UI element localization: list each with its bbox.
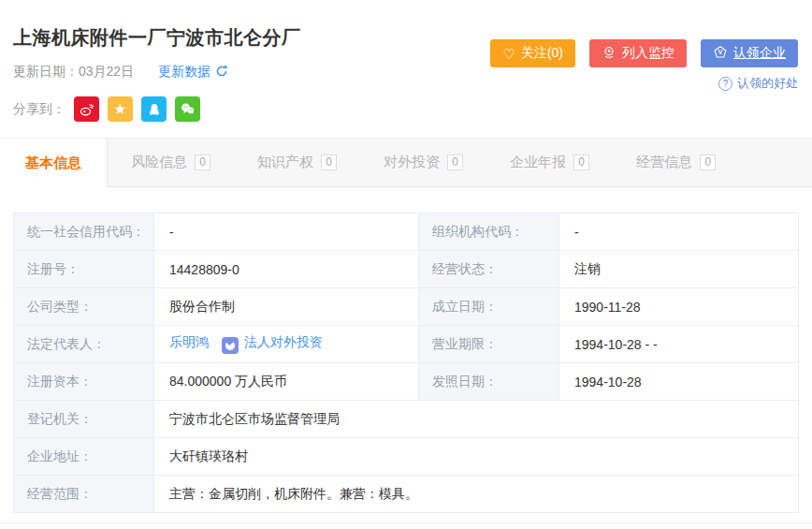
pentagon-v-icon: V [713, 45, 728, 63]
pie-chart-icon[interactable] [222, 337, 239, 354]
wechat-icon[interactable] [175, 96, 200, 122]
table-row: 经营范围： 主营：金属切削，机床附件。兼营：模具。 [14, 476, 799, 513]
tab-count-badge: 0 [321, 154, 337, 170]
row-label: 发照日期： [419, 363, 559, 401]
row-value: 大矸镇瑛珞村 [154, 438, 799, 476]
row-label: 登记机关： [14, 401, 154, 438]
share-label: 分享到： [13, 101, 65, 118]
row-value: 1994-10-28 - - [559, 326, 799, 363]
refresh-data-label: 更新数据 [158, 64, 210, 81]
update-date-label: 更新日期： [13, 64, 79, 81]
qzone-icon[interactable]: ★ [108, 96, 133, 122]
legal-person-investment-link[interactable]: 法人对外投资 [244, 334, 323, 349]
company-profile-page: 上海机床附件一厂宁波市北仑分厂 更新日期：03月22日 更新数据 分享到： [0, 0, 812, 529]
claim-benefits-link[interactable]: ? 认领的好处 [718, 75, 798, 92]
claim-button-label: 认领企业 [733, 45, 786, 62]
tab-label: 基本信息 [25, 154, 81, 172]
webcam-icon [602, 45, 616, 63]
claim-button[interactable]: V 认领企业 [701, 39, 798, 67]
tab-business-info[interactable]: 经营信息 0 [613, 139, 739, 186]
refresh-data-link[interactable]: 更新数据 [158, 64, 228, 81]
row-value: - [154, 213, 419, 251]
page-header: 上海机床附件一厂宁波市北仑分厂 更新日期：03月22日 更新数据 分享到： [0, 0, 812, 138]
question-circle-icon: ? [718, 77, 732, 91]
row-label: 成立日期： [419, 288, 559, 326]
row-label: 组织机构代码： [419, 213, 559, 251]
tab-annual-report[interactable]: 企业年报 0 [486, 139, 613, 186]
tab-label: 经营信息 [636, 154, 692, 171]
row-label: 公司类型： [14, 288, 154, 326]
tab-count-badge: 0 [573, 154, 589, 170]
row-label: 统一社会信用代码： [14, 213, 154, 251]
row-value: 股份合作制 [154, 288, 419, 326]
tab-intellectual-property[interactable]: 知识产权 0 [234, 139, 360, 186]
bottom-divider [0, 522, 812, 523]
row-label: 经营范围： [14, 476, 154, 513]
svg-text:V: V [718, 49, 723, 55]
table-row: 统一社会信用代码： - 组织机构代码： - [14, 213, 799, 251]
row-label: 注册号： [14, 251, 154, 288]
table-row: 企业地址： 大矸镇瑛珞村 [14, 438, 799, 476]
update-date: 03月22日 [79, 64, 134, 81]
table-row: 登记机关： 宁波市北仑区市场监督管理局 [14, 401, 799, 438]
tab-outbound-investment[interactable]: 对外投资 0 [360, 139, 486, 186]
row-value: 乐明鸿法人对外投资 [154, 326, 419, 363]
row-label: 法定代表人： [14, 326, 154, 363]
basic-info-table: 统一社会信用代码： - 组织机构代码： - 注册号： 14428809-0 经营… [13, 213, 799, 513]
heart-icon: ♡ [502, 47, 515, 61]
tab-basic-info[interactable]: 基本信息 [0, 139, 108, 187]
row-value: 84.000000 万人民币 [154, 363, 419, 401]
table-row: 注册号： 14428809-0 经营状态： 注销 [14, 251, 799, 288]
row-value: 宁波市北仑区市场监督管理局 [154, 401, 799, 438]
tab-label: 对外投资 [384, 154, 440, 171]
tab-label: 企业年报 [510, 154, 566, 171]
row-value: 1994-10-28 [559, 363, 799, 401]
tab-label: 知识产权 [257, 154, 313, 171]
follow-button-label: 关注(0) [521, 45, 563, 62]
monitor-button-label: 列入监控 [622, 45, 674, 62]
qq-icon[interactable] [141, 96, 167, 122]
tab-bar: 基本信息 风险信息 0 知识产权 0 对外投资 0 企业年报 0 经营信息 0 [0, 138, 812, 187]
table-row: 法定代表人： 乐明鸿法人对外投资 营业期限： 1994-10-28 - - [14, 326, 799, 363]
monitor-button[interactable]: 列入监控 [589, 39, 687, 67]
tab-risk-info[interactable]: 风险信息 0 [108, 139, 234, 186]
row-value: 1990-11-28 [559, 288, 799, 326]
row-value: 主营：金属切削，机床附件。兼营：模具。 [154, 476, 799, 513]
tab-count-badge: 0 [447, 154, 463, 170]
header-actions: ♡ 关注(0) 列入监控 V [490, 39, 798, 67]
row-label: 营业期限： [419, 326, 559, 363]
refresh-icon [215, 65, 228, 81]
table-row: 公司类型： 股份合作制 成立日期： 1990-11-28 [14, 288, 799, 326]
tab-count-badge: 0 [195, 154, 210, 170]
claim-benefits-label: 认领的好处 [737, 75, 798, 92]
tab-count-badge: 0 [700, 154, 716, 170]
tab-label: 风险信息 [131, 154, 187, 171]
legal-representative-link[interactable]: 乐明鸿 [169, 334, 209, 349]
weibo-icon[interactable] [74, 96, 99, 122]
follow-button[interactable]: ♡ 关注(0) [490, 39, 575, 67]
row-value: - [559, 213, 799, 251]
row-value: 注销 [559, 251, 799, 288]
row-label: 注册资本： [14, 363, 154, 401]
table-row: 注册资本： 84.000000 万人民币 发照日期： 1994-10-28 [14, 363, 799, 401]
share-row: 分享到： ★ [13, 96, 798, 122]
row-label: 经营状态： [419, 251, 559, 288]
row-value: 14428809-0 [154, 251, 419, 288]
row-label: 企业地址： [14, 438, 154, 476]
